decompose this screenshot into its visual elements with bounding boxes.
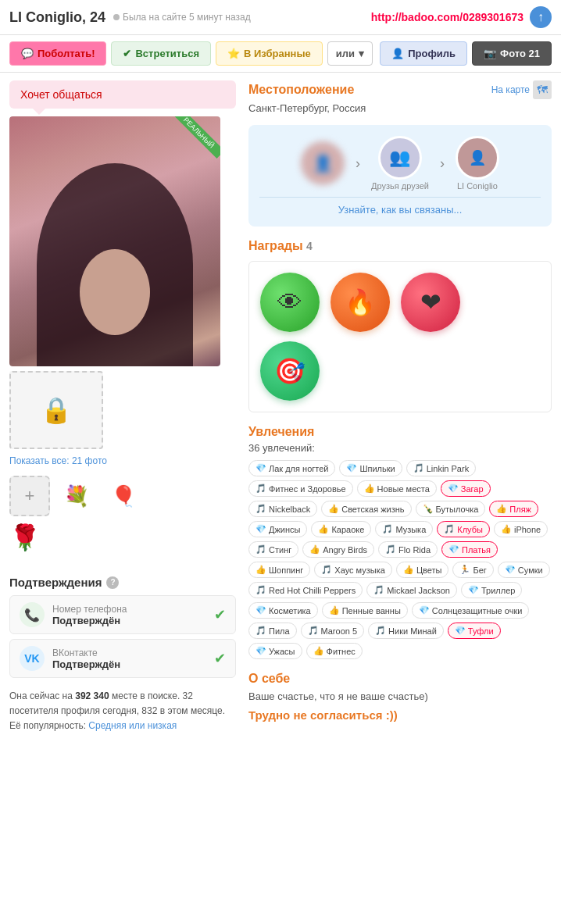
interests-title: Увлечения xyxy=(248,425,552,439)
interest-tag[interactable]: 👍Светская жизнь xyxy=(321,501,411,517)
tag-icon: 💎 xyxy=(505,565,516,575)
interest-tag[interactable]: 👍Angry Birds xyxy=(302,541,374,558)
tag-text: Бег xyxy=(473,565,486,575)
show-all-text: Показать все: 21 фото xyxy=(9,455,107,466)
interest-tag[interactable]: 👍Караоке xyxy=(311,521,371,537)
tag-icon: 👍 xyxy=(364,483,375,494)
connection-link[interactable]: Узнайте, как вы связаны... xyxy=(259,197,541,216)
interests-section: Увлечения 36 увлечений: 💎Лак для ногтей💎… xyxy=(248,425,552,659)
upload-icon: ↑ xyxy=(538,10,544,24)
interest-tag[interactable]: 💎Платья xyxy=(441,541,498,558)
tag-icon: 👍 xyxy=(496,504,507,514)
tag-text: Платья xyxy=(462,545,491,555)
interest-tag[interactable]: 💎Лак для ногтей xyxy=(248,460,335,476)
interest-tag[interactable]: 🎵Музыка xyxy=(375,521,433,537)
awards-title: Награды 4 xyxy=(248,239,552,253)
tag-text: Шоппинг xyxy=(269,565,303,575)
interest-tag[interactable]: 🎵Maroon 5 xyxy=(301,623,364,639)
interest-tag[interactable]: 💎Косметика xyxy=(248,602,318,619)
interests-count: 36 увлечений: xyxy=(248,442,552,454)
meet-button[interactable]: ✔ Встретиться xyxy=(111,41,211,66)
eye-icon: 👁 xyxy=(277,288,302,317)
tag-icon: 🎵 xyxy=(255,483,266,494)
interest-tag[interactable]: 🏃Бег xyxy=(452,562,493,578)
interest-tag[interactable]: 🎵Клубы xyxy=(437,521,490,537)
interest-tag[interactable]: 👍Пенные ванны xyxy=(322,602,408,619)
tag-icon: 🎵 xyxy=(321,565,332,575)
location-city: Санкт-Петербург, Россия xyxy=(248,102,552,114)
add-gift-button[interactable]: + xyxy=(9,476,50,516)
phone-confirm-text: Номер телефона Подтверждён xyxy=(52,604,127,626)
profile-tab-button[interactable]: 👤 Профиль xyxy=(380,41,467,66)
show-all-photos-link[interactable]: Показать все: 21 фото xyxy=(9,455,236,466)
tag-text: Цветы xyxy=(416,565,442,575)
tag-text: Стинг xyxy=(269,545,291,555)
vk-icon: VK xyxy=(20,646,45,671)
about-text: Ваше счастье, что я не ваше счастье) xyxy=(248,690,552,702)
interest-tag[interactable]: 👍Новые места xyxy=(357,480,437,497)
interest-tag[interactable]: 👍Цветы xyxy=(396,562,449,578)
camera-icon: 📷 xyxy=(484,48,496,59)
interest-tag[interactable]: 👍Шоппинг xyxy=(248,562,310,578)
awards-count: 4 xyxy=(306,240,313,252)
fire-icon: 🔥 xyxy=(345,287,376,317)
tag-text: Светская жизнь xyxy=(341,505,404,514)
confirmations-title: Подтверждения ? xyxy=(9,576,236,589)
confirmations-section: Подтверждения ? 📞 Номер телефона Подтвер… xyxy=(9,576,236,678)
favorites-button[interactable]: ⭐ В Избранные xyxy=(216,41,323,66)
tag-text: Музыка xyxy=(395,525,426,534)
locked-photo[interactable]: 🔒 xyxy=(9,371,103,449)
tag-text: iPhone xyxy=(514,525,541,534)
interest-tag[interactable]: 👍Пляж xyxy=(489,501,538,517)
awards-row-2: 🎯 xyxy=(260,341,540,401)
interest-tag[interactable]: 🍾Бутылочка xyxy=(416,501,486,517)
interest-tag[interactable]: 💎Шпильки xyxy=(339,460,402,476)
interest-tag[interactable]: 🎵Mickael Jackson xyxy=(366,582,457,598)
tag-icon: 🎵 xyxy=(385,544,396,555)
profile-url[interactable]: http://badoo.com/0289301673 xyxy=(371,11,523,23)
friends-avatar: 👥 xyxy=(378,136,422,180)
tag-icon: 👍 xyxy=(403,565,414,575)
action-bar: 💬 Поболтать! ✔ Встретиться ⭐ В Избранные… xyxy=(0,35,561,73)
interest-tag[interactable]: 👍iPhone xyxy=(494,521,548,537)
interest-tag[interactable]: 🎵Ники Минай xyxy=(368,623,444,639)
phone-icon: 📞 xyxy=(20,602,45,627)
interest-tag[interactable]: 💎Туфли xyxy=(448,623,501,639)
help-icon[interactable]: ? xyxy=(106,576,119,589)
photo-tab-button[interactable]: 📷 Фото 21 xyxy=(472,41,552,66)
tag-text: Солнцезащитные очки xyxy=(432,606,522,615)
tag-icon: 👍 xyxy=(255,565,266,575)
award-fire: 🔥 xyxy=(331,273,390,332)
tag-text: Angry Birds xyxy=(323,545,367,555)
interest-tag[interactable]: 💎Ужасы xyxy=(248,643,302,659)
interest-tag[interactable]: 🎵Linkin Park xyxy=(406,460,476,476)
awards-section: Награды 4 👁 🔥 ❤ xyxy=(248,239,552,412)
popularity-link[interactable]: Средняя или низкая xyxy=(88,720,177,731)
meet-label: Встретиться xyxy=(135,48,199,59)
interest-tag[interactable]: 🎵Хаус музыка xyxy=(314,562,392,578)
interest-tag[interactable]: 💎Триллер xyxy=(461,582,522,598)
tag-icon: 💎 xyxy=(448,544,459,555)
interest-tag[interactable]: 🎵Red Hot Chilli Peppers xyxy=(248,582,363,598)
upload-button[interactable]: ↑ xyxy=(530,6,552,28)
interest-tag[interactable]: 🎵Фитнес и Здоровье xyxy=(248,480,353,497)
interest-tag[interactable]: 🎵Nickelback xyxy=(248,501,317,517)
interest-tag[interactable]: 💎Джинсы xyxy=(248,521,307,537)
map-link[interactable]: На карте 🗺 xyxy=(491,80,552,99)
or-button[interactable]: или ▾ xyxy=(327,41,373,66)
chevron-down-icon: ▾ xyxy=(359,48,364,59)
interest-tag[interactable]: 💎Загар xyxy=(441,480,491,497)
interest-tag[interactable]: 🎵Flo Rida xyxy=(378,541,438,558)
interest-tag[interactable]: 💎Солнцезащитные очки xyxy=(412,602,529,619)
interest-tag[interactable]: 💎Сумки xyxy=(498,562,550,578)
tag-icon: 👍 xyxy=(318,524,329,534)
interest-tag[interactable]: 🎵Стинг xyxy=(248,541,298,558)
interest-tag[interactable]: 🎵Пила xyxy=(248,623,297,639)
lock-icon: 🔒 xyxy=(41,395,72,425)
chat-button[interactable]: 💬 Поболтать! xyxy=(9,41,106,66)
tag-text: Пила xyxy=(269,626,290,636)
interest-tag[interactable]: 👍Фитнес xyxy=(306,643,363,659)
tag-icon: 🎵 xyxy=(413,463,424,473)
main-photo[interactable]: РЕАЛЬНЫЙ xyxy=(9,116,220,366)
chat-label: Поболтать! xyxy=(38,48,95,59)
